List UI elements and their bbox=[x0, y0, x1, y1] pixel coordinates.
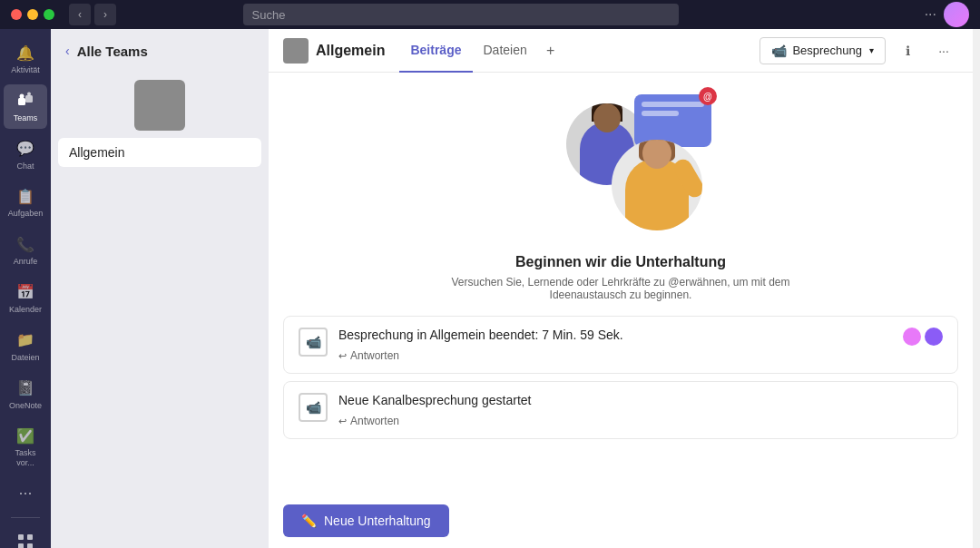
chat-icon: 💬 bbox=[15, 138, 36, 160]
user-avatar[interactable] bbox=[944, 2, 969, 27]
search-input[interactable] bbox=[243, 4, 679, 25]
svg-rect-1 bbox=[25, 95, 33, 103]
tasks-icon: 📋 bbox=[15, 185, 36, 207]
calendar-icon: 📅 bbox=[15, 281, 36, 303]
illustration-title: Beginnen wir die Unterhaltung bbox=[515, 254, 726, 270]
forward-arrow[interactable]: › bbox=[94, 4, 116, 25]
person2-body bbox=[625, 158, 689, 230]
back-to-teams[interactable]: ‹ bbox=[65, 44, 70, 58]
add-tab-button[interactable]: + bbox=[538, 38, 564, 64]
meeting-btn-label: Besprechung bbox=[792, 44, 862, 57]
app-body: 🔔 Aktivität Teams 💬 Chat 📋 Aufgaben 📞 bbox=[0, 29, 980, 548]
message-text-2: Neue Kanalbesprechung gestartet bbox=[338, 393, 943, 407]
teams-icon bbox=[15, 90, 36, 112]
sidebar-label-anrufe: Anrufe bbox=[14, 257, 38, 267]
sidebar-label-teams: Teams bbox=[14, 113, 38, 123]
sidebar-item-aktivitat[interactable]: 🔔 Aktivität bbox=[4, 36, 47, 81]
minimize-button[interactable] bbox=[27, 9, 38, 20]
more-icon: ··· bbox=[15, 483, 36, 504]
sidebar-label-aktivitat: Aktivität bbox=[11, 65, 40, 75]
reply-label-2: Antworten bbox=[350, 415, 399, 427]
team-avatar bbox=[134, 80, 185, 131]
person2-head bbox=[642, 140, 671, 169]
sidebar-label-aufgaben: Aufgaben bbox=[8, 209, 44, 219]
sidebar-item-onenote[interactable]: 📓 OneNote bbox=[4, 372, 47, 416]
new-chat-label: Neue Unterhaltung bbox=[324, 514, 431, 528]
new-chat-button[interactable]: ✏️ Neue Unterhaltung bbox=[283, 504, 449, 537]
title-bar-right: ··· bbox=[925, 2, 969, 27]
sidebar: 🔔 Aktivität Teams 💬 Chat 📋 Aufgaben 📞 bbox=[0, 29, 51, 548]
svg-rect-6 bbox=[18, 543, 24, 548]
svg-rect-5 bbox=[27, 534, 33, 540]
sidebar-label-onenote: OneNote bbox=[9, 401, 42, 411]
bubble-line-1 bbox=[642, 102, 704, 107]
message-text-1: Besprechung in Allgemein beendet: 7 Min.… bbox=[338, 328, 892, 342]
teams-panel-header: ‹ Alle Teams bbox=[51, 29, 269, 73]
sidebar-label-dateien: Dateien bbox=[11, 353, 39, 363]
teams-panel: ‹ Alle Teams Allgemein bbox=[51, 29, 269, 548]
message-body-2: Neue Kanalbesprechung gestartet ↩ Antwor… bbox=[338, 393, 943, 427]
svg-point-2 bbox=[20, 93, 24, 98]
bubble-line-2 bbox=[642, 111, 679, 116]
teams-panel-title: Alle Teams bbox=[77, 44, 148, 59]
channel-item-allgemein[interactable]: Allgemein bbox=[58, 138, 261, 167]
meeting-btn-dropdown[interactable]: ▾ bbox=[869, 45, 874, 55]
reply-button-2[interactable]: ↩ Antworten bbox=[338, 415, 943, 427]
sidebar-label-kalender: Kalender bbox=[9, 305, 42, 315]
sidebar-item-kalender[interactable]: 📅 Kalender bbox=[4, 276, 47, 320]
header-actions: 📹 Besprechung ▾ ℹ ··· bbox=[760, 36, 958, 65]
sidebar-item-chat[interactable]: 💬 Chat bbox=[4, 132, 47, 177]
sidebar-item-teams[interactable]: Teams bbox=[4, 84, 47, 129]
maximize-button[interactable] bbox=[44, 9, 54, 20]
back-arrow[interactable]: ‹ bbox=[69, 4, 91, 25]
traffic-lights bbox=[11, 9, 54, 20]
chat-footer: ✏️ Neue Unterhaltung bbox=[269, 494, 973, 548]
more-options-button[interactable]: ··· bbox=[929, 36, 958, 65]
files-icon: 📁 bbox=[15, 329, 36, 351]
channel-list: Allgemein bbox=[51, 138, 269, 167]
reply-button-1[interactable]: ↩ Antworten bbox=[338, 349, 892, 362]
message-card-2: 📹 Neue Kanalbesprechung gestartet ↩ Antw… bbox=[283, 381, 958, 439]
svg-rect-7 bbox=[27, 543, 33, 548]
sidebar-item-aufgaben[interactable]: 📋 Aufgaben bbox=[4, 180, 47, 224]
info-button[interactable]: ℹ bbox=[893, 36, 922, 65]
dots-menu[interactable]: ··· bbox=[925, 6, 936, 23]
sidebar-divider bbox=[11, 517, 40, 518]
reply-icon-1: ↩ bbox=[338, 350, 347, 362]
video-call-icon-1: 📹 bbox=[299, 328, 328, 357]
tab-beitraege[interactable]: Beiträge bbox=[399, 29, 472, 73]
message-avatars-1 bbox=[903, 328, 943, 346]
sidebar-label-chat: Chat bbox=[16, 161, 34, 171]
message-body-1: Besprechung in Allgemein beendet: 7 Min.… bbox=[338, 328, 892, 362]
tab-dateien[interactable]: Dateien bbox=[473, 29, 538, 73]
chat-area: @ Beginnen wir die Unterhaltung Versuche… bbox=[269, 73, 973, 494]
video-call-icon-2: 📹 bbox=[299, 393, 328, 422]
search-bar[interactable] bbox=[243, 4, 679, 25]
sidebar-item-anrufe[interactable]: 📞 Anrufe bbox=[4, 228, 47, 272]
illustration-area: @ Beginnen wir die Unterhaltung Versuche… bbox=[283, 73, 958, 316]
reply-icon-2: ↩ bbox=[338, 416, 347, 427]
scrollbar[interactable] bbox=[973, 29, 980, 548]
svg-rect-4 bbox=[18, 534, 24, 540]
avatar-purple bbox=[925, 328, 943, 346]
sidebar-label-tasks: Tasks vor... bbox=[7, 448, 44, 468]
video-icon: 📹 bbox=[771, 44, 787, 58]
navigation-arrows: ‹ › bbox=[69, 4, 116, 25]
sidebar-item-tasks[interactable]: ✅ Tasks vor... bbox=[4, 419, 47, 474]
illustration-subtitle: Versuchen Sie, Lernende oder Lehrkräfte … bbox=[448, 276, 793, 301]
title-bar: ‹ › ··· bbox=[0, 0, 980, 29]
meeting-button[interactable]: 📹 Besprechung ▾ bbox=[760, 37, 886, 64]
message-card-1: 📹 Besprechung in Allgemein beendet: 7 Mi… bbox=[283, 316, 958, 374]
edit-icon: ✏️ bbox=[301, 514, 317, 528]
channel-header: Allgemein Beiträge Dateien + 📹 Besprechu… bbox=[269, 29, 973, 73]
avatar-pink bbox=[903, 328, 921, 346]
close-button[interactable] bbox=[11, 9, 22, 20]
sidebar-item-apps[interactable]: Apps bbox=[4, 525, 47, 548]
at-notification: @ bbox=[699, 87, 717, 105]
person1-head bbox=[593, 103, 621, 132]
svg-rect-0 bbox=[18, 98, 25, 105]
person2-arm bbox=[671, 156, 702, 201]
sidebar-item-dateien[interactable]: 📁 Dateien bbox=[4, 324, 47, 368]
sidebar-item-more[interactable]: ··· bbox=[4, 477, 47, 510]
channel-name: Allgemein bbox=[316, 43, 385, 59]
